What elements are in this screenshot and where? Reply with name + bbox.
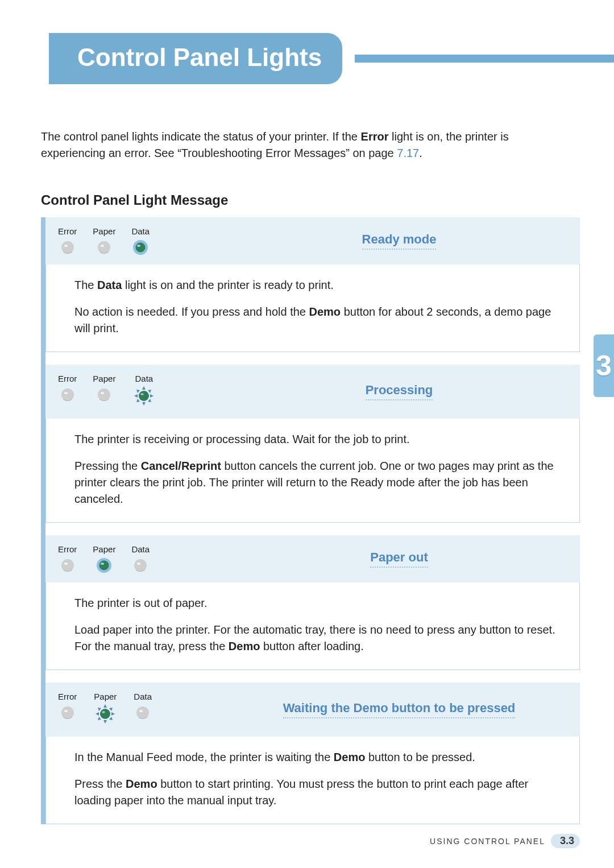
intro-text-3: . <box>419 147 422 159</box>
body-paragraph: The Data light is on and the printer is … <box>74 277 562 294</box>
svg-point-31 <box>102 711 106 713</box>
light-label: Paper <box>93 544 115 554</box>
lights-group: Error Paper Data <box>58 374 229 410</box>
svg-point-10 <box>101 392 104 394</box>
light-label: Data <box>134 692 152 701</box>
footer-page-number: 3.3 <box>560 835 574 847</box>
svg-marker-38 <box>98 717 101 720</box>
body-text: Pressing the <box>74 460 141 472</box>
status-section-header: Error Paper Data Paper out <box>45 535 580 582</box>
status-section-header: Error Paper Data Ready mode <box>45 217 580 264</box>
svg-point-29 <box>64 710 67 712</box>
light-label: Error <box>58 374 77 383</box>
intro-page-link[interactable]: 7.17 <box>397 147 419 159</box>
svg-marker-18 <box>148 390 151 393</box>
svg-point-8 <box>64 392 67 394</box>
svg-marker-19 <box>136 399 140 402</box>
lights-group: Error Paper Data <box>58 226 229 255</box>
svg-point-27 <box>137 563 140 565</box>
light-cell: Paper <box>93 544 115 573</box>
error-led-icon <box>60 705 76 721</box>
light-label: Error <box>58 226 77 236</box>
svg-marker-32 <box>103 704 107 708</box>
light-label: Paper <box>93 226 115 236</box>
status-body: The printer is out of paper.Load paper i… <box>45 582 580 670</box>
svg-marker-20 <box>148 399 151 402</box>
svg-point-25 <box>101 563 104 565</box>
paper-led-icon <box>96 239 112 255</box>
body-paragraph: Press the Demo button to start printing.… <box>74 776 562 809</box>
svg-marker-36 <box>98 708 101 711</box>
section-subheading: Control Panel Light Message <box>41 192 580 208</box>
svg-marker-16 <box>150 394 154 398</box>
light-label: Data <box>135 374 154 383</box>
light-cell: Data <box>131 374 156 410</box>
footer-page-badge: 3.3 <box>551 834 580 848</box>
page-heading-pill: Control Panel Lights <box>49 33 342 84</box>
data-led-icon <box>132 557 148 573</box>
body-paragraph: Pressing the Cancel/Reprint button cance… <box>74 458 562 507</box>
light-cell: Paper <box>93 692 118 728</box>
status-section-header: Error Paper Data <box>45 683 580 737</box>
svg-point-12 <box>141 393 144 395</box>
status-title: Ready mode <box>362 232 437 250</box>
body-text: button after loading. <box>260 640 363 652</box>
svg-marker-33 <box>103 720 107 724</box>
body-paragraph: The printer is out of paper. <box>74 595 562 611</box>
body-paragraph: Load paper into the printer. For the aut… <box>74 622 562 655</box>
svg-marker-37 <box>109 708 113 711</box>
status-section-header: Error Paper Data <box>45 365 580 419</box>
svg-marker-39 <box>109 717 113 720</box>
heading-tail <box>355 55 614 63</box>
light-label: Error <box>58 692 77 701</box>
svg-point-11 <box>139 391 149 401</box>
status-section: Error Paper Data <box>45 683 580 824</box>
light-cell: Paper <box>93 226 115 255</box>
light-cell: Paper <box>93 374 115 410</box>
svg-point-41 <box>139 710 143 712</box>
body-paragraph: The printer is receiving or processing d… <box>74 431 562 448</box>
svg-marker-13 <box>142 386 146 390</box>
status-section: Error Paper Data <box>45 365 580 523</box>
lights-group: Error Paper Data <box>58 692 229 728</box>
status-title: Processing <box>366 383 433 400</box>
intro-bold: Error <box>361 130 389 143</box>
status-section: Error Paper Data Paper out The printer i… <box>45 535 580 670</box>
status-body: The Data light is on and the printer is … <box>45 264 580 352</box>
light-cell: Error <box>58 692 77 728</box>
body-text: The printer is out of paper. <box>74 597 207 609</box>
body-text: No action is needed. If you press and ho… <box>74 305 309 318</box>
error-led-icon <box>60 557 76 573</box>
light-cell: Data <box>131 226 150 255</box>
light-cell: Error <box>58 374 77 410</box>
paper-led-icon <box>96 387 112 403</box>
svg-marker-35 <box>111 712 115 716</box>
body-text: In the Manual Feed mode, the printer is … <box>74 751 334 763</box>
page-heading-bar: Control Panel Lights <box>41 33 580 84</box>
svg-marker-34 <box>96 712 99 716</box>
body-bold: Demo <box>126 778 157 790</box>
data-led-icon <box>135 705 151 721</box>
paper-led-icon <box>96 557 112 573</box>
status-title-wrap: Processing <box>229 383 570 400</box>
page-heading: Control Panel Lights <box>77 43 322 71</box>
body-paragraph: In the Manual Feed mode, the printer is … <box>74 749 562 766</box>
error-led-icon <box>60 387 76 403</box>
svg-point-6 <box>137 245 140 247</box>
status-title: Paper out <box>370 550 428 568</box>
body-text: The <box>74 279 97 291</box>
light-label: Paper <box>93 374 115 383</box>
body-paragraph: No action is needed. If you press and ho… <box>74 304 562 337</box>
light-cell: Error <box>58 226 77 255</box>
svg-point-1 <box>64 245 67 247</box>
body-bold: Demo <box>229 640 260 652</box>
data-led-icon <box>132 239 148 255</box>
status-title-wrap: Ready mode <box>229 232 570 250</box>
body-bold: Demo <box>309 305 341 318</box>
light-label: Data <box>131 544 150 554</box>
status-title-wrap: Paper out <box>229 550 570 568</box>
lights-group: Error Paper Data <box>58 544 229 573</box>
svg-point-30 <box>100 709 110 719</box>
chapter-number: 3 <box>596 349 612 382</box>
status-title-wrap: Waiting the Demo button to be pressed <box>229 701 570 718</box>
